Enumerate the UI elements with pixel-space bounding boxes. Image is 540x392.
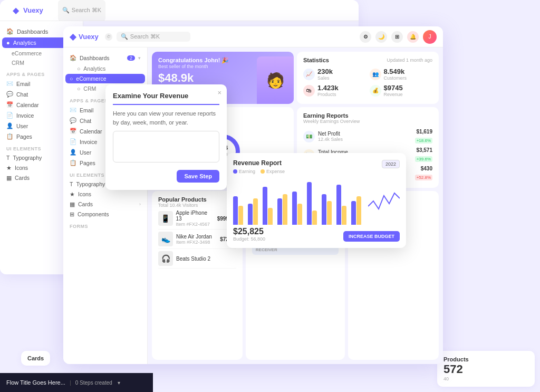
modal-title: Examine Your Revenue (113, 92, 219, 105)
modal-save-button[interactable]: Save Step (177, 170, 219, 183)
flow-title: Flow Title Goes Here... (6, 379, 65, 386)
modal-close-button[interactable]: × (217, 89, 221, 97)
revenue-modal-box: × Examine Your Revenue Here you can view… (105, 84, 227, 190)
modal-overlay: × Examine Your Revenue Here you can view… (0, 0, 540, 392)
flow-bar: Flow Title Goes Here... | 0 Steps create… (0, 373, 153, 392)
modal-description: Here you can view your revenue reports b… (113, 109, 219, 127)
modal-textarea[interactable] (113, 131, 219, 162)
modal-footer: Save Step (113, 170, 219, 183)
flow-steps: 0 Steps created (75, 380, 112, 386)
flow-chevron: ▾ (118, 380, 120, 386)
